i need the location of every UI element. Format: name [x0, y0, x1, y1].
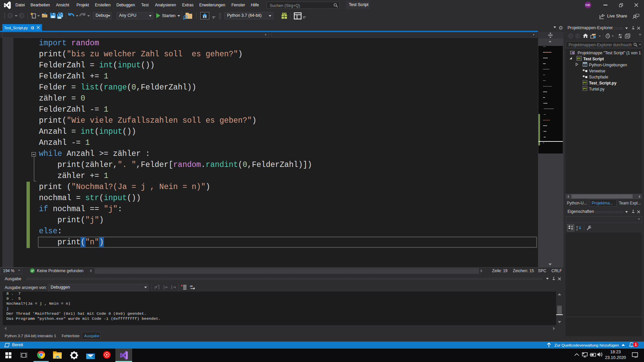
svg-text:ab: ab: [190, 285, 193, 288]
svg-text:Z: Z: [576, 228, 578, 230]
